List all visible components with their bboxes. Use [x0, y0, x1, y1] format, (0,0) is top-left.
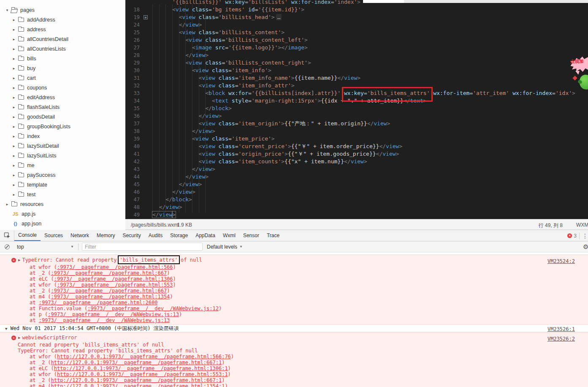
expand-triangle-icon[interactable]: ▶ — [18, 256, 20, 264]
tree-item-address[interactable]: ▸address — [0, 24, 125, 34]
tab-network[interactable]: Network — [67, 230, 93, 241]
language-mode[interactable]: WXML — [576, 222, 588, 228]
tree-item-editAddress[interactable]: ▸editAddress — [0, 92, 125, 102]
code-editor[interactable]: '{{billLists}}' wx:key='billsLists' wx:f… — [125, 0, 588, 219]
stack-link[interactable]: :9973/__pageframe__/pageframe.html:667 — [51, 270, 167, 276]
caret-icon[interactable]: ▸ — [11, 27, 17, 32]
source-location-link[interactable]: VM23524:2 — [547, 257, 575, 265]
inspect-element-button[interactable] — [0, 230, 14, 241]
caret-icon[interactable]: ▾ — [4, 8, 10, 12]
tree-item-resources[interactable]: ▸resources — [0, 199, 125, 209]
caret-icon[interactable]: ▸ — [11, 57, 17, 61]
caret-icon[interactable]: ▸ — [11, 192, 17, 197]
tree-item-app.js[interactable]: JSapp.js — [0, 209, 125, 219]
tree-item-pages[interactable]: ▾pages — [0, 5, 125, 15]
folder-icon — [11, 202, 17, 206]
caret-icon[interactable]: ▸ — [11, 115, 17, 119]
stack-link[interactable]: http://127.0.0.1:9973/__pageframe__/page… — [57, 354, 231, 360]
caret-icon[interactable]: ▸ — [11, 173, 17, 177]
caret-icon[interactable]: ▸ — [11, 66, 17, 70]
line-number: 44 — [125, 173, 140, 181]
caret-icon[interactable]: ▸ — [11, 95, 17, 100]
caret-icon[interactable]: ▸ — [11, 86, 17, 90]
tab-trace[interactable]: Trace — [263, 230, 283, 241]
tree-item-app.json[interactable]: {}app.json — [0, 219, 125, 228]
context-selector[interactable]: top ▼ — [17, 244, 74, 250]
caret-icon[interactable]: ▸ — [11, 134, 17, 138]
tree-item-lazySuitLists[interactable]: ▸lazySuitLists — [0, 151, 125, 160]
error-header-row[interactable]: ✕ ▶ webviewScriptError VM23526:2 — [0, 334, 588, 342]
caret-icon[interactable]: ▸ — [11, 37, 17, 41]
expand-triangle-icon[interactable]: ▶ — [18, 334, 20, 342]
settings-gear-icon[interactable]: ⚙ — [583, 243, 588, 251]
tree-item-allCountriesLists[interactable]: ▸allCountriesLists — [0, 44, 125, 54]
tree-item-groupBookingLists[interactable]: ▸groupBookingLists — [0, 122, 125, 131]
caret-icon[interactable]: ▸ — [11, 144, 17, 148]
error-count[interactable]: 3 — [574, 233, 577, 239]
caret-icon[interactable]: ▸ — [11, 47, 17, 51]
console-filter-input[interactable] — [82, 243, 203, 251]
log-levels-dropdown[interactable]: Default levels ▼ — [207, 244, 243, 250]
tab-memory[interactable]: Memory — [93, 230, 119, 241]
fold-column — [140, 150, 152, 158]
stack-link[interactable]: http://127.0.0.1:9973/__pageframe__/page… — [57, 371, 228, 377]
devtools-menu-icon[interactable]: ⋮ — [582, 233, 588, 239]
tree-item-me[interactable]: ▸me — [0, 160, 125, 170]
tab-sensor[interactable]: Sensor — [239, 230, 263, 241]
stack-link[interactable]: :9973/__pageframe__/pageframe.html:667 — [51, 288, 167, 294]
caret-icon[interactable]: ▸ — [11, 154, 17, 158]
clear-console-icon[interactable] — [5, 244, 10, 249]
caret-icon[interactable]: ▸ — [11, 163, 17, 168]
tree-item-index[interactable]: ▸index — [0, 131, 125, 141]
tree-item-flashSaleLists[interactable]: ▸flashSaleLists — [0, 102, 125, 112]
stack-link[interactable]: :9973/__pageframe__/__dev__/WAWebview.js… — [48, 311, 179, 317]
code-text: <view class='billLists_content_left'> — [152, 36, 308, 44]
tree-item-allCountriesDetail[interactable]: ▸allCountriesDetail — [0, 34, 125, 44]
caret-icon[interactable]: ▸ — [4, 202, 10, 206]
caret-icon[interactable]: ▸ — [11, 76, 17, 80]
tab-storage[interactable]: Storage — [166, 230, 192, 241]
tree-item-bills[interactable]: ▸bills — [0, 54, 125, 63]
stack-link[interactable]: :9973/__pageframe__/pageframe.html:2600 — [39, 300, 158, 306]
tab-security[interactable]: Security — [119, 230, 144, 241]
collapse-triangle-icon[interactable]: ▼ — [5, 327, 7, 331]
source-location-link[interactable]: VM23526:2 — [547, 335, 575, 343]
caret-icon[interactable]: ▸ — [11, 18, 17, 22]
error-badge-icon[interactable]: ✕ — [567, 233, 572, 238]
stack-link[interactable]: http://127.0.0.1:9973/__pageframe__/page… — [51, 383, 225, 387]
stack-link[interactable]: :9973/__pageframe__/__dev__/WAWebview.js… — [39, 317, 170, 323]
tree-item-addAddress[interactable]: ▸addAddress — [0, 15, 125, 24]
tab-wxml[interactable]: Wxml — [219, 230, 239, 241]
caret-icon[interactable]: ▸ — [11, 105, 17, 109]
caret-icon[interactable]: ▸ — [11, 124, 17, 129]
tab-audits[interactable]: Audits — [145, 230, 166, 241]
error-header-row[interactable]: ✕ ▶ TypeError: Cannot read property 'bil… — [0, 256, 588, 264]
tree-item-buy[interactable]: ▸buy — [0, 63, 125, 73]
stack-link[interactable]: http://127.0.0.1:9973/__pageframe__/page… — [54, 365, 228, 371]
stack-link[interactable]: :9973/__pageframe__/pageframe.html:566 — [57, 264, 173, 270]
tab-sources[interactable]: Sources — [41, 230, 67, 241]
tree-item-lazySuitDetail[interactable]: ▸lazySuitDetail — [0, 141, 125, 151]
code-line: 28 </view> — [125, 51, 588, 59]
tree-item-cart[interactable]: ▸cart — [0, 73, 125, 83]
tree-item-goodsDetail[interactable]: ▸goodsDetail — [0, 112, 125, 122]
tree-item-paySuccess[interactable]: ▸paySuccess — [0, 170, 125, 180]
stack-link[interactable]: :9973/__pageframe__/pageframe.html:1306 — [54, 276, 173, 282]
console-group-row[interactable]: ▼Wed Nov 01 2017 15:04:54 GMT+0800 (中国标准… — [0, 325, 588, 332]
tree-item-coupons[interactable]: ▸coupons — [0, 83, 125, 92]
tree-item-template[interactable]: ▸template — [0, 180, 125, 189]
fold-plus-icon[interactable]: + — [144, 15, 148, 19]
stack-link[interactable]: http://127.0.0.1:9973/__pageframe__/page… — [51, 377, 222, 383]
tree-item-test[interactable]: ▸test — [0, 189, 125, 199]
tree-item-label: app.json — [22, 221, 41, 227]
stack-link[interactable]: http://127.0.0.1:9973/__pageframe__/page… — [51, 360, 222, 365]
folder-icon — [18, 47, 24, 51]
fold-column — [140, 0, 152, 6]
tree-item-label: goodsDetail — [27, 114, 55, 120]
stack-link[interactable]: :9973/__pageframe__/pageframe.html:553 — [57, 282, 173, 288]
tab-appdata[interactable]: AppData — [192, 230, 219, 241]
tab-console[interactable]: Console — [14, 230, 41, 241]
stack-link[interactable]: :9973/__pageframe__/__dev__/WAWebview.js… — [87, 306, 219, 311]
caret-icon[interactable]: ▸ — [11, 183, 17, 187]
stack-link[interactable]: :9973/__pageframe__/pageframe.html:1354 — [51, 294, 170, 300]
